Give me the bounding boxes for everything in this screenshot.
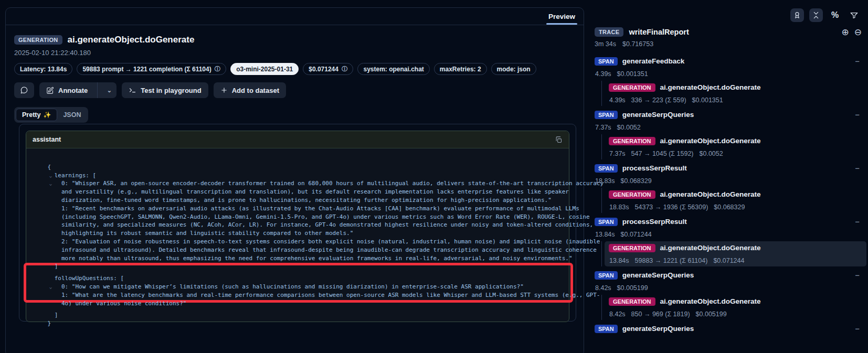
metadata-pill[interactable]: system: openai.chat bbox=[357, 63, 429, 75]
metadata-pill[interactable]: maxRetries: 2 bbox=[434, 63, 487, 75]
generation-row[interactable]: GENERATION ai.generateObject.doGenerate … bbox=[605, 295, 868, 320]
observation-preview-panel: Preview GENERATION ai.generateObject.doG… bbox=[5, 7, 584, 353]
code-text: 0: "How can we mitigate Whisper’s limita… bbox=[48, 283, 524, 290]
pill-label: 59883 prompt → 1221 completion (Σ 61104) bbox=[82, 66, 211, 73]
span-type-badge: SPAN bbox=[595, 111, 618, 119]
span-children: GENERATION ai.generateObject.doGenerate … bbox=[601, 295, 868, 320]
collapse-node-icon[interactable]: − bbox=[855, 110, 860, 119]
metadata-pill[interactable]: 59883 prompt → 1221 completion (Σ 61104)… bbox=[77, 63, 226, 75]
generation-type-badge: GENERATION bbox=[609, 244, 655, 252]
code-text: 1: "Recent benchmarks on adversarial aud… bbox=[48, 205, 579, 212]
collapse-all-button[interactable] bbox=[809, 8, 823, 22]
code-text: (including SpeechGPT, SALMONN, Qwen2-Aud… bbox=[48, 213, 590, 220]
annotate-dropdown-button[interactable]: ⌄ bbox=[102, 82, 117, 98]
span-row[interactable]: SPAN generateSerpQueries − bbox=[595, 108, 868, 121]
collapse-all-icon[interactable]: ⊖ bbox=[854, 28, 862, 37]
generation-type-badge: GENERATION bbox=[609, 83, 655, 92]
json-output-code[interactable]: { ⌄ learnings: [ ⌄ 0: "Whisper ASR, an o… bbox=[26, 148, 569, 322]
copy-icon bbox=[555, 136, 563, 144]
collapse-icon bbox=[812, 11, 820, 19]
metadata-pill[interactable]: Latency: 13.84s bbox=[14, 63, 72, 75]
pretty-label: Pretty bbox=[22, 111, 40, 119]
metric-value: 7.37s bbox=[595, 124, 611, 131]
metric-value: 8.42s bbox=[609, 311, 626, 318]
code-text: similarity, and specialized measures (NC… bbox=[48, 221, 594, 228]
metric-value: $0.005199 bbox=[617, 284, 648, 292]
message-role-label: assistant bbox=[33, 136, 61, 143]
span-row[interactable]: SPAN processSerpResult − bbox=[595, 215, 868, 228]
generation-metrics: 8.42s850 → 969 (Σ 1819)$0.005199 bbox=[609, 308, 864, 320]
output-card: assistant { ⌄ learnings: [ ⌄ 0: "Whisper… bbox=[19, 124, 576, 322]
code-text: and versatility (e.g., multilingual tran… bbox=[48, 188, 569, 195]
code-line: { ⌄ bbox=[34, 155, 569, 163]
tab-preview[interactable]: Preview bbox=[546, 8, 577, 25]
metric-value: $0.001351 bbox=[617, 70, 648, 78]
code-text: 1: "What are the latency benchmarks and … bbox=[48, 292, 600, 298]
filter-button[interactable] bbox=[847, 8, 861, 22]
collapse-node-icon[interactable]: − bbox=[855, 164, 860, 173]
code-text: } bbox=[48, 320, 51, 327]
preview-tabbar: Preview bbox=[6, 8, 584, 25]
generation-name: ai.generateObject.doGenerate bbox=[660, 83, 864, 91]
metadata-pill[interactable]: o3-mini-2025-01-31 bbox=[230, 63, 299, 75]
observation-header: GENERATION ai.generateObject.doGenerate bbox=[14, 35, 575, 45]
comment-button[interactable] bbox=[14, 82, 34, 98]
metadata-pill[interactable]: $0.071244 ⓘ bbox=[303, 63, 353, 75]
annotate-button[interactable]: Annotate bbox=[39, 82, 93, 98]
info-icon: ⓘ bbox=[342, 65, 348, 73]
code-text: { bbox=[48, 164, 51, 170]
collapse-node-icon[interactable]: − bbox=[855, 57, 860, 66]
code-text: more notably than ultrasound, thus empha… bbox=[48, 255, 573, 262]
tab-json[interactable]: JSON bbox=[57, 109, 87, 121]
span-row[interactable]: SPAN generateSerpQueries − bbox=[595, 322, 868, 335]
pill-label: system: openai.chat bbox=[363, 66, 424, 73]
metadata-pill[interactable]: mode: json bbox=[491, 63, 536, 75]
collapse-node-icon[interactable]: − bbox=[855, 217, 860, 226]
generation-name: ai.generateObject.doGenerate bbox=[660, 190, 864, 198]
metric-value: 8.42s bbox=[595, 284, 611, 292]
highlight-red-box: followUpQuestions: [ ⌄ 0: "How can we mi… bbox=[24, 263, 573, 302]
code-line: learnings: [ ⌄ bbox=[34, 163, 569, 172]
filter-funnel-icon bbox=[850, 11, 859, 20]
generation-type-badge: GENERATION bbox=[609, 137, 655, 145]
page-title: ai.generateObject.doGenerate bbox=[68, 35, 195, 45]
metrics-toggle-button[interactable]: % bbox=[828, 8, 842, 22]
generation-row[interactable]: GENERATION ai.generateObject.doGenerate … bbox=[605, 81, 868, 106]
metric-value: 59883 → 1221 (Σ 61104) bbox=[635, 257, 708, 264]
generation-row[interactable]: GENERATION ai.generateObject.doGenerate … bbox=[605, 188, 868, 213]
span-children: GENERATION ai.generateObject.doGenerate … bbox=[601, 134, 868, 159]
generation-metrics: 13.84s59883 → 1221 (Σ 61104)$0.071244 bbox=[609, 254, 862, 266]
pill-label: Latency: 13.84s bbox=[20, 66, 67, 73]
pill-label: o3-mini-2025-01-31 bbox=[236, 66, 293, 73]
trace-tree-block: SPAN processSerpResult − 18.83s$0.068329… bbox=[595, 162, 868, 213]
collapse-node-icon[interactable]: − bbox=[855, 324, 860, 333]
metric-value: $0.071244 bbox=[713, 257, 744, 264]
scores-button[interactable] bbox=[790, 8, 804, 22]
span-row[interactable]: SPAN processSerpResult − bbox=[595, 162, 868, 175]
add-to-dataset-button[interactable]: Add to dataset bbox=[214, 82, 286, 98]
generation-row[interactable]: GENERATION ai.generateObject.doGenerate … bbox=[605, 241, 866, 266]
metric-value: $0.001351 bbox=[692, 97, 723, 104]
trace-span-tree: SPAN generateFeedback − 4.39s$0.001351 G… bbox=[595, 55, 868, 335]
copy-button[interactable] bbox=[555, 136, 563, 144]
test-in-playground-button[interactable]: Test in playground bbox=[122, 82, 208, 98]
collapse-node-icon[interactable]: − bbox=[855, 271, 860, 280]
trace-root-row[interactable]: TRACE writeFinalReport ⊕ ⊖ bbox=[595, 27, 862, 37]
span-children: GENERATION ai.generateObject.doGenerate … bbox=[601, 188, 868, 213]
trace-tree-block: SPAN generateFeedback − 4.39s$0.001351 G… bbox=[595, 55, 868, 106]
metric-value: $0.068329 bbox=[714, 204, 745, 211]
info-icon: ⓘ bbox=[215, 65, 221, 73]
generation-metrics: 18.83s54373 → 1936 (Σ 56309)$0.068329 bbox=[609, 201, 864, 213]
trace-tree-sidebar: % TRACE writeFinalReport ⊕ ⊖ 3m 34s $0.7… bbox=[590, 0, 868, 353]
span-row[interactable]: SPAN generateSerpQueries − bbox=[595, 269, 868, 282]
span-row[interactable]: SPAN generateFeedback − bbox=[595, 55, 868, 68]
metric-value: 850 → 969 (Σ 1819) bbox=[631, 311, 690, 318]
trace-cost: $0.716753 bbox=[622, 40, 653, 48]
annotate-label: Annotate bbox=[58, 87, 88, 94]
tab-pretty[interactable]: Pretty ✨ bbox=[16, 109, 57, 121]
dataset-label: Add to dataset bbox=[232, 87, 279, 94]
generation-row[interactable]: GENERATION ai.generateObject.doGenerate … bbox=[605, 134, 868, 159]
trace-name: writeFinalReport bbox=[629, 28, 836, 36]
generation-type-badge: GENERATION bbox=[609, 190, 655, 199]
expand-all-icon[interactable]: ⊕ bbox=[842, 28, 849, 37]
